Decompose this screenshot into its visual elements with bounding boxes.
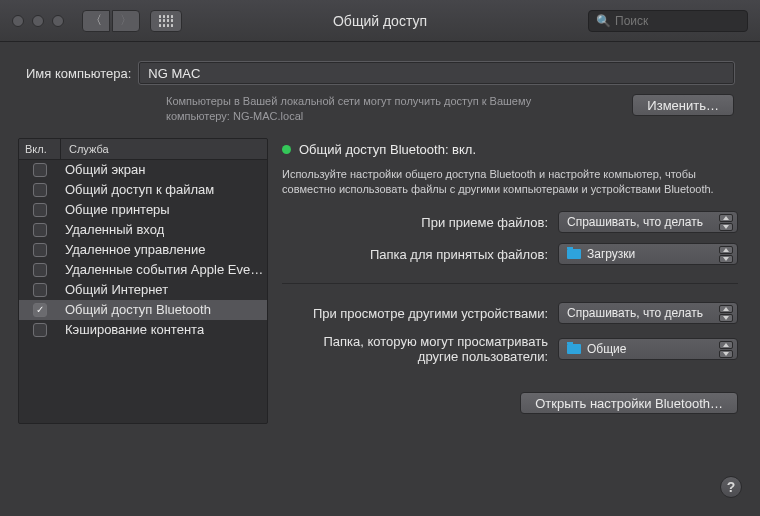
browse-folder-value: Общие bbox=[587, 342, 626, 356]
service-label: Общий экран bbox=[61, 162, 145, 177]
computer-hint-row: Компьютеры в Вашей локальной сети могут … bbox=[0, 90, 760, 138]
nav-buttons: 〈 〉 bbox=[82, 10, 140, 32]
folder-icon bbox=[567, 249, 581, 259]
show-all-button[interactable] bbox=[150, 10, 182, 32]
service-label: Удаленное управление bbox=[61, 242, 205, 257]
recv-folder-label: Папка для принятых файлов: bbox=[282, 247, 548, 262]
service-label: Общие принтеры bbox=[61, 202, 170, 217]
services-panel: Вкл. Служба Общий экранОбщий доступ к фа… bbox=[18, 138, 268, 424]
browse-folder-label-l1: Папка, которую могут просматривать bbox=[323, 334, 548, 349]
service-row[interactable]: Общий Интернет bbox=[19, 280, 267, 300]
browse-action-value: Спрашивать, что делать bbox=[567, 306, 703, 320]
service-label: Удаленные события Apple Events bbox=[61, 262, 267, 277]
help-button[interactable]: ? bbox=[720, 476, 742, 498]
main-area: Вкл. Служба Общий экранОбщий доступ к фа… bbox=[0, 138, 760, 502]
open-bluetooth-button[interactable]: Открыть настройки Bluetooth… bbox=[520, 392, 738, 414]
service-row[interactable]: Удаленное управление bbox=[19, 240, 267, 260]
browse-form: При просмотре другими устройствами: Спра… bbox=[282, 302, 738, 364]
forward-button[interactable]: 〉 bbox=[112, 10, 140, 32]
recv-folder-value: Загрузки bbox=[587, 247, 635, 261]
divider bbox=[282, 283, 738, 284]
service-label: Удаленный вход bbox=[61, 222, 164, 237]
recv-action-label: При приеме файлов: bbox=[282, 215, 548, 230]
service-checkbox[interactable] bbox=[33, 303, 47, 317]
status-text: Общий доступ Bluetooth: вкл. bbox=[299, 142, 476, 157]
status-line: Общий доступ Bluetooth: вкл. bbox=[282, 142, 738, 157]
minimize-icon[interactable] bbox=[32, 15, 44, 27]
service-row[interactable]: Общий доступ к файлам bbox=[19, 180, 267, 200]
service-checkbox[interactable] bbox=[33, 323, 47, 337]
service-checkbox[interactable] bbox=[33, 203, 47, 217]
recv-folder-select[interactable]: Загрузки bbox=[558, 243, 738, 265]
service-label: Общий доступ Bluetooth bbox=[61, 302, 211, 317]
folder-icon bbox=[567, 344, 581, 354]
window-title: Общий доступ bbox=[333, 13, 427, 29]
browse-action-label: При просмотре другими устройствами: bbox=[282, 306, 548, 321]
browse-folder-label: Папка, которую могут просматривать други… bbox=[282, 334, 548, 364]
browse-folder-select[interactable]: Общие bbox=[558, 338, 738, 360]
stepper-icon bbox=[719, 214, 733, 231]
service-label: Общий Интернет bbox=[61, 282, 168, 297]
change-button[interactable]: Изменить… bbox=[632, 94, 734, 116]
service-row[interactable]: Удаленный вход bbox=[19, 220, 267, 240]
service-checkbox[interactable] bbox=[33, 243, 47, 257]
service-row[interactable]: Общий доступ Bluetooth bbox=[19, 300, 267, 320]
grid-icon bbox=[159, 15, 173, 27]
service-checkbox[interactable] bbox=[33, 223, 47, 237]
computer-name-input[interactable] bbox=[139, 62, 734, 84]
stepper-icon bbox=[719, 341, 733, 358]
computer-name-row: Имя компьютера: bbox=[0, 42, 760, 90]
col-on: Вкл. bbox=[19, 139, 61, 159]
open-bt-row: Открыть настройки Bluetooth… bbox=[282, 392, 738, 414]
computer-hint-l2: компьютеру: NG-MAC.local bbox=[166, 110, 303, 122]
computer-hint-l1: Компьютеры в Вашей локальной сети могут … bbox=[166, 95, 531, 107]
status-dot-icon bbox=[282, 145, 291, 154]
service-checkbox[interactable] bbox=[33, 163, 47, 177]
service-row[interactable]: Общий экран bbox=[19, 160, 267, 180]
service-row[interactable]: Кэширование контента bbox=[19, 320, 267, 340]
back-button[interactable]: 〈 bbox=[82, 10, 110, 32]
service-label: Общий доступ к файлам bbox=[61, 182, 214, 197]
computer-hint: Компьютеры в Вашей локальной сети могут … bbox=[166, 94, 531, 124]
detail-description: Используйте настройки общего доступа Blu… bbox=[282, 167, 738, 198]
detail-pane: Общий доступ Bluetooth: вкл. Используйте… bbox=[282, 138, 742, 488]
window-controls bbox=[12, 15, 64, 27]
service-label: Кэширование контента bbox=[61, 322, 204, 337]
recv-action-select[interactable]: Спрашивать, что делать bbox=[558, 211, 738, 233]
close-icon[interactable] bbox=[12, 15, 24, 27]
browse-folder-label-l2: другие пользователи: bbox=[418, 349, 548, 364]
recv-action-value: Спрашивать, что делать bbox=[567, 215, 703, 229]
receive-form: При приеме файлов: Спрашивать, что делат… bbox=[282, 211, 738, 265]
browse-folder-value-wrap: Общие bbox=[567, 342, 626, 356]
services-header: Вкл. Служба bbox=[19, 139, 267, 160]
browse-action-select[interactable]: Спрашивать, что делать bbox=[558, 302, 738, 324]
titlebar: 〈 〉 Общий доступ 🔍 bbox=[0, 0, 760, 42]
computer-name-label: Имя компьютера: bbox=[26, 66, 131, 81]
col-service: Служба bbox=[61, 139, 117, 159]
recv-folder-value-wrap: Загрузки bbox=[567, 247, 635, 261]
service-checkbox[interactable] bbox=[33, 263, 47, 277]
search-input[interactable] bbox=[588, 10, 748, 32]
search-field-wrap: 🔍 bbox=[588, 10, 748, 32]
stepper-icon bbox=[719, 305, 733, 322]
service-row[interactable]: Удаленные события Apple Events bbox=[19, 260, 267, 280]
service-checkbox[interactable] bbox=[33, 183, 47, 197]
search-icon: 🔍 bbox=[596, 14, 611, 28]
zoom-icon[interactable] bbox=[52, 15, 64, 27]
service-row[interactable]: Общие принтеры bbox=[19, 200, 267, 220]
stepper-icon bbox=[719, 246, 733, 263]
services-list[interactable]: Общий экранОбщий доступ к файламОбщие пр… bbox=[19, 160, 267, 423]
service-checkbox[interactable] bbox=[33, 283, 47, 297]
